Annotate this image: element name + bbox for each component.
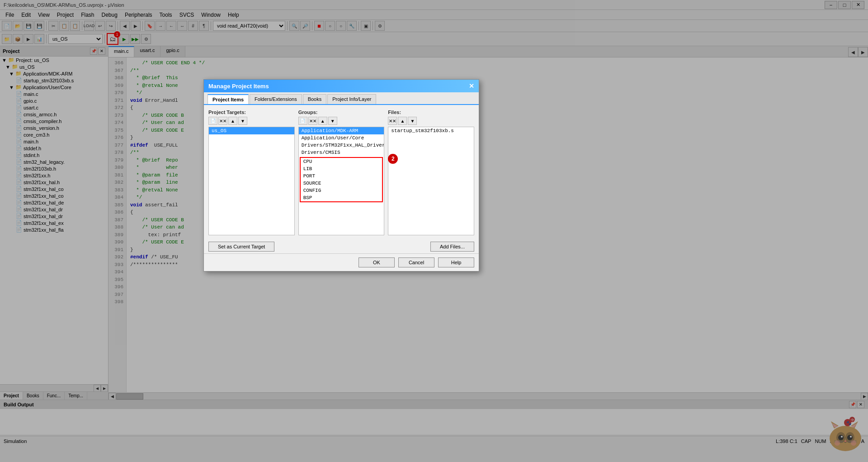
- group-bsp[interactable]: BSP: [301, 194, 382, 201]
- target-item-us-os[interactable]: us_OS: [209, 127, 294, 134]
- new-groups-section: CPU LIB PORT SOURCE CONFIG BSP: [300, 157, 383, 202]
- dialog-title-text: Manage Project Items: [208, 83, 269, 90]
- files-label: Files:: [388, 110, 474, 115]
- files-toolbar: ✕: [388, 117, 474, 125]
- file-startup[interactable]: startup_stm32f103xb.s: [388, 127, 474, 134]
- targets-section: Project Targets: ✕ us_OS: [208, 110, 295, 235]
- up-target-btn[interactable]: [228, 117, 237, 125]
- dialog-tab-folders[interactable]: Folders/Extensions: [250, 94, 302, 104]
- manage-project-dialog: Manage Project Items ✕ Project Items Fol…: [203, 79, 479, 271]
- modal-overlay: Manage Project Items ✕ Project Items Fol…: [0, 0, 868, 462]
- targets-list[interactable]: us_OS: [208, 127, 295, 235]
- dialog-tabs: Project Items Folders/Extensions Books P…: [204, 92, 479, 105]
- set-target-btn[interactable]: Set as Current Target: [208, 242, 274, 252]
- targets-toolbar: ✕: [208, 117, 295, 125]
- group-config[interactable]: CONFIG: [301, 187, 382, 194]
- dialog-mid-buttons: Set as Current Target Add Files...: [204, 240, 479, 253]
- up-group-btn[interactable]: [318, 117, 327, 125]
- group-drivers-cmsis[interactable]: Drivers/CMSIS: [299, 149, 384, 156]
- dialog-tab-info[interactable]: Project Info/Layer: [327, 94, 376, 104]
- down-target-btn[interactable]: [238, 117, 247, 125]
- group-cpu[interactable]: CPU: [301, 158, 382, 165]
- dialog-body: Project Targets: ✕ us_OS Groups: ✕: [204, 105, 479, 240]
- del-target-btn[interactable]: ✕: [218, 117, 227, 125]
- groups-list[interactable]: Application/MDK-ARM Application/User/Cor…: [298, 127, 385, 235]
- ok-btn[interactable]: OK: [359, 257, 395, 267]
- dialog-footer: OK Cancel Help: [204, 253, 479, 271]
- down-group-btn[interactable]: [328, 117, 337, 125]
- group-drivers-hal[interactable]: Drivers/STM32F1xx_HAL_Driver: [299, 142, 384, 149]
- add-files-btn[interactable]: Add Files...: [430, 242, 474, 252]
- group-source[interactable]: SOURCE: [301, 180, 382, 187]
- targets-label: Project Targets:: [208, 110, 295, 115]
- cancel-btn[interactable]: Cancel: [398, 257, 434, 267]
- down-file-btn[interactable]: [408, 117, 417, 125]
- new-target-btn[interactable]: [208, 117, 217, 125]
- dialog-close-btn[interactable]: ✕: [469, 82, 474, 90]
- dialog-title-bar: Manage Project Items ✕: [204, 80, 479, 92]
- del-group-btn[interactable]: ✕: [308, 117, 317, 125]
- groups-section: Groups: ✕ Application/MDK-ARM Applicatio…: [298, 110, 385, 235]
- del-file-btn[interactable]: ✕: [388, 117, 397, 125]
- groups-label: Groups:: [298, 110, 385, 115]
- dialog-tab-project-items[interactable]: Project Items: [208, 94, 249, 104]
- footer-btn-group: OK Cancel Help: [359, 257, 474, 267]
- group-app-mdk[interactable]: Application/MDK-ARM: [299, 127, 384, 134]
- group-lib[interactable]: LIB: [301, 165, 382, 172]
- dialog-tab-books[interactable]: Books: [303, 94, 327, 104]
- help-btn[interactable]: Help: [438, 257, 474, 267]
- groups-toolbar: ✕: [298, 117, 385, 125]
- group-port[interactable]: PORT: [301, 172, 382, 180]
- up-file-btn[interactable]: [398, 117, 407, 125]
- group-app-user[interactable]: Application/User/Core: [299, 134, 384, 142]
- new-group-btn[interactable]: [298, 117, 307, 125]
- files-list[interactable]: startup_stm32f103xb.s: [388, 127, 474, 235]
- files-section: Files: ✕ startup_stm32f103xb.s: [388, 110, 474, 235]
